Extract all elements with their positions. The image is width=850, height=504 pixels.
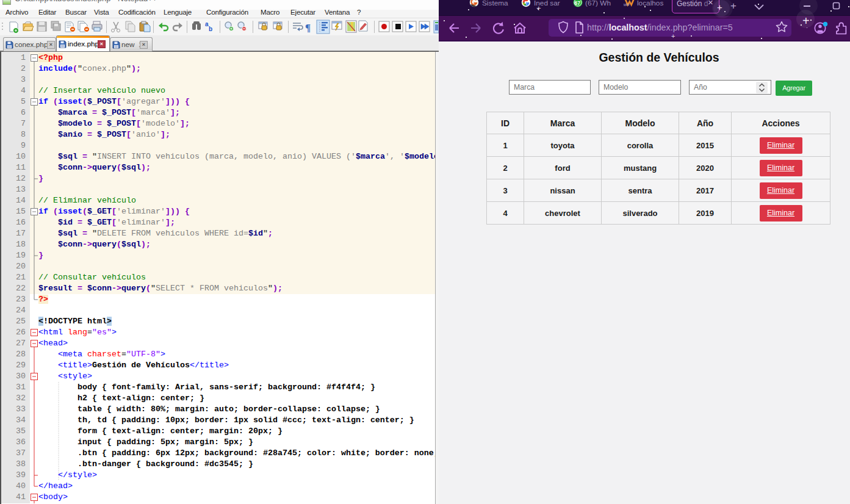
svg-text:MPP: MPP — [624, 4, 630, 7]
svg-text:¶: ¶ — [305, 22, 311, 34]
svg-text:67: 67 — [575, 0, 581, 6]
svg-text:b: b — [209, 26, 212, 32]
